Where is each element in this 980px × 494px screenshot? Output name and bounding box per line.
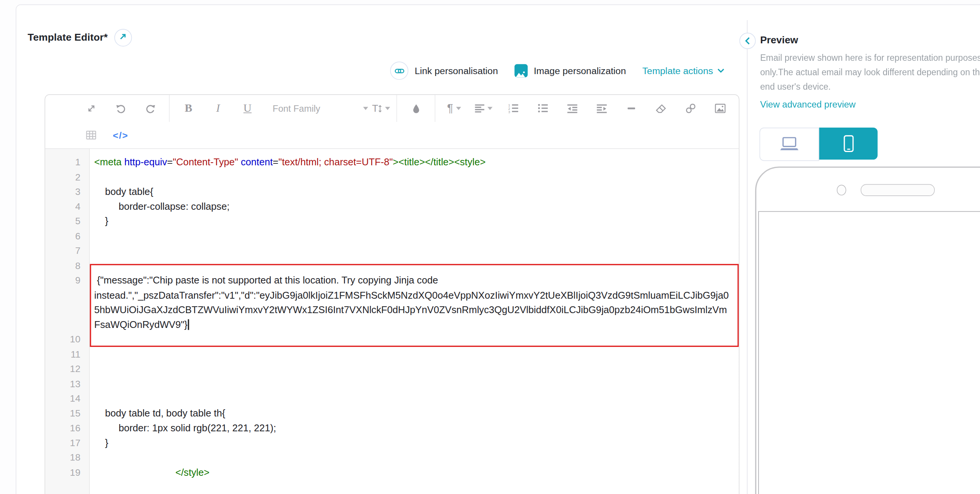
code-line[interactable]: 1<meta http-equiv="Content-Type" content… xyxy=(45,155,739,169)
panel-divider xyxy=(747,20,748,494)
toolbar-separator xyxy=(396,95,397,122)
chevron-down-icon xyxy=(487,107,492,110)
insert-image-icon[interactable] xyxy=(709,98,730,119)
bold-button[interactable]: B xyxy=(178,98,199,119)
fullscreen-icon[interactable] xyxy=(81,98,102,119)
code-line[interactable]: 4 border-collapse: collapse; xyxy=(45,199,739,214)
paragraph-format-button[interactable]: ¶ xyxy=(444,98,465,119)
indent-icon[interactable] xyxy=(591,98,612,119)
ordered-list-icon[interactable]: 123 xyxy=(503,98,524,119)
code-editor: B I U Font Family T ¶ xyxy=(45,94,739,494)
code-line[interactable]: 19 </style> xyxy=(45,465,739,480)
header: Template Editor* xyxy=(28,29,132,46)
updown-arrow-icon xyxy=(378,105,382,112)
code-line-content: body table{ xyxy=(89,184,153,199)
line-number: 10 xyxy=(45,332,89,347)
insert-table-icon[interactable] xyxy=(81,124,102,145)
redo-icon[interactable] xyxy=(139,98,161,119)
phone-camera-icon xyxy=(837,185,846,195)
line-number: 14 xyxy=(45,391,89,406)
font-size-select[interactable]: T xyxy=(372,103,390,114)
code-textarea[interactable]: 1<meta http-equiv="Content-Type" content… xyxy=(45,149,739,494)
editor-toolbar-row1: B I U Font Family T ¶ xyxy=(45,95,739,122)
phone-mockup xyxy=(755,166,980,494)
align-left-icon xyxy=(475,105,484,113)
code-view-button[interactable]: </> xyxy=(110,124,131,145)
phone-screen-email-preview xyxy=(758,211,980,494)
line-number: 11 xyxy=(45,347,89,362)
code-line[interactable]: 10 xyxy=(45,332,739,347)
line-number: 3 xyxy=(45,184,89,199)
preview-description: Email preview shown here is for represen… xyxy=(760,51,980,94)
insert-link-icon[interactable] xyxy=(679,98,701,119)
horizontal-line-icon[interactable] xyxy=(620,98,642,119)
code-line-content: border-collapse: collapse; xyxy=(89,199,229,214)
code-line[interactable]: 7 xyxy=(45,243,739,258)
code-line[interactable]: 13 xyxy=(45,376,739,391)
desktop-preview-button[interactable] xyxy=(759,127,819,161)
line-number: 12 xyxy=(45,362,89,376)
line-number: 16 xyxy=(45,420,89,435)
line-number: 4 xyxy=(45,199,89,214)
text-color-icon[interactable] xyxy=(405,98,426,119)
line-number: 9 xyxy=(45,273,89,288)
smartphone-icon xyxy=(843,135,853,152)
line-number: 6 xyxy=(45,228,89,243)
italic-button[interactable]: I xyxy=(207,98,229,119)
undo-icon[interactable] xyxy=(110,98,131,119)
preview-title: Preview xyxy=(760,35,798,46)
chevron-down-icon xyxy=(363,107,368,110)
editor-actions: Link personalisation Image personalizati… xyxy=(16,62,724,80)
code-line[interactable]: 5 } xyxy=(45,214,739,228)
template-actions-label: Template actions xyxy=(642,65,713,76)
chevron-down-icon xyxy=(456,107,461,110)
link-personalisation-label: Link personalisation xyxy=(415,65,498,76)
chevron-down-icon xyxy=(385,107,390,110)
image-personalization-icon xyxy=(514,64,528,78)
collapse-preview-button[interactable] xyxy=(740,33,756,49)
code-line-content: </style> xyxy=(89,465,210,480)
link-icon xyxy=(390,62,408,80)
line-number: 13 xyxy=(45,376,89,391)
align-button[interactable] xyxy=(473,98,494,119)
code-line[interactable]: 12 xyxy=(45,362,739,376)
code-line[interactable]: 16 border: 1px solid rgb(221, 221, 221); xyxy=(45,420,739,435)
line-number: 15 xyxy=(45,406,89,421)
view-advanced-preview-link[interactable]: View advanced preview xyxy=(760,99,856,109)
editor-toolbar-row2: </> xyxy=(45,122,739,149)
line-number: 5 xyxy=(45,214,89,228)
code-line[interactable]: 18 xyxy=(45,450,739,465)
paragraph-icon: ¶ xyxy=(447,102,453,115)
chevron-left-icon xyxy=(745,37,750,45)
expand-arrow-icon xyxy=(119,32,127,43)
code-line[interactable]: 6 xyxy=(45,228,739,243)
link-personalisation-button[interactable]: Link personalisation xyxy=(390,62,498,80)
line-number: 1 xyxy=(45,155,89,169)
code-line-content: <meta http-equiv="Content-Type" content=… xyxy=(89,155,486,169)
image-personalization-button[interactable]: Image personalization xyxy=(514,64,626,78)
font-family-select[interactable]: Font Family xyxy=(273,104,368,113)
clear-formatting-icon[interactable] xyxy=(650,98,671,119)
code-line[interactable]: 9 {"message":"Chip paste is not supporte… xyxy=(45,273,739,332)
paste-error-text: {"message":"Chip paste is not supported … xyxy=(89,273,733,332)
template-editor-card: Template Editor* Link personalisation xyxy=(16,5,980,494)
image-personalization-label: Image personalization xyxy=(534,65,626,76)
code-line[interactable]: 15 body table td, body table th{ xyxy=(45,406,739,421)
code-line[interactable]: 8 xyxy=(45,258,739,273)
outdent-icon[interactable] xyxy=(562,98,583,119)
code-line-content: } xyxy=(89,214,108,228)
code-line[interactable]: 2 xyxy=(45,169,739,184)
expand-editor-button[interactable] xyxy=(114,29,131,46)
underline-button[interactable]: U xyxy=(237,98,258,119)
unordered-list-icon[interactable] xyxy=(532,98,554,119)
text-size-label: T xyxy=(372,103,378,114)
code-lines: 1<meta http-equiv="Content-Type" content… xyxy=(45,155,739,480)
code-line[interactable]: 14 xyxy=(45,391,739,406)
mobile-preview-button[interactable] xyxy=(819,127,878,159)
code-line[interactable]: 11 xyxy=(45,347,739,362)
code-line[interactable]: 3 body table{ xyxy=(45,184,739,199)
code-line[interactable]: 17 } xyxy=(45,435,739,450)
code-view-icon: </> xyxy=(113,130,128,140)
template-actions-dropdown[interactable]: Template actions xyxy=(642,65,724,76)
line-number: 18 xyxy=(45,450,89,465)
